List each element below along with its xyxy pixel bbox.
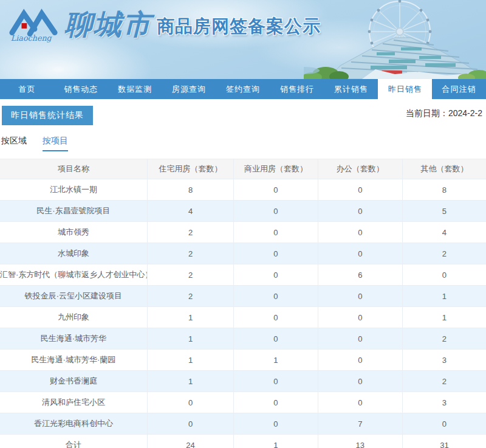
nav-tab-销售动态[interactable]: 销售动态 (54, 79, 108, 99)
table-cell: 2 (147, 286, 233, 307)
table-cell: 0 (147, 413, 233, 435)
table-cell: 0 (147, 392, 233, 413)
table-cell: 13 (318, 435, 402, 448)
table-cell: 8 (147, 179, 233, 201)
sales-table-wrap: 项目名称住宅用房（套数）商业用房（套数）办公（套数）其他（套数） 江北水镇一期8… (0, 159, 486, 448)
nav-tab-累计销售[interactable]: 累计销售 (324, 79, 378, 99)
table-row: 清风和庐住宅小区0003 (0, 392, 486, 413)
table-body: 江北水镇一期8008民生·东昌壹號院项目4005城市领秀2004水城印象2002… (0, 179, 486, 448)
table-cell: 0 (234, 264, 318, 286)
table-cell: 0 (234, 286, 318, 307)
table-cell: 0 (402, 264, 486, 286)
table-cell: 香江光彩电商科创中心 (0, 413, 147, 435)
nav-tab-数据监测[interactable]: 数据监测 (108, 79, 162, 99)
nav-tab-合同注销[interactable]: 合同注销 (432, 79, 486, 99)
subtab-按区域[interactable]: 按区域 (1, 136, 27, 151)
table-cell: 0 (318, 179, 402, 201)
table-cell: 0 (234, 307, 318, 328)
sales-table: 项目名称住宅用房（套数）商业用房（套数）办公（套数）其他（套数） 江北水镇一期8… (0, 159, 486, 448)
table-row: 城市领秀2004 (0, 222, 486, 243)
table-row: 江北水镇一期8008 (0, 179, 486, 201)
section-title-badge: 昨日销售统计结果 (2, 106, 93, 125)
brand-city-text: 聊城市 (64, 6, 152, 43)
landmark-illustration (304, 0, 486, 79)
table-row: 财金书香澜庭1002 (0, 371, 486, 392)
table-cell: 8 (402, 179, 486, 201)
table-cell: 4 (402, 222, 486, 243)
table-cell: 0 (234, 243, 318, 264)
table-cell: 0 (318, 307, 402, 328)
table-cell: 九州印象 (0, 307, 147, 328)
table-cell: 5 (402, 201, 486, 222)
table-cell: 合计 (0, 435, 147, 448)
section-head: 昨日销售统计结果 当前日期：2024-2-2 (0, 99, 486, 134)
nav-tab-销售排行[interactable]: 销售排行 (270, 79, 324, 99)
table-cell: 2 (147, 264, 233, 286)
table-cell: 1 (402, 307, 486, 328)
main-nav: 首页销售动态数据监测房源查询签约查询销售排行累计销售昨日销售合同注销 (0, 79, 486, 99)
subtab-按项目[interactable]: 按项目 (43, 136, 68, 151)
page: Liaocheng 聊城市 商品房网签备案公示 首页销售动态数据监测房源查询签约… (0, 0, 486, 448)
city-logo-icon: Liaocheng (7, 6, 61, 44)
table-cell: 0 (234, 222, 318, 243)
table-cell: 0 (234, 371, 318, 392)
table-cell: 1 (234, 435, 318, 448)
table-cell: 0 (318, 243, 402, 264)
table-cell: 1 (147, 328, 233, 350)
table-cell: 1 (147, 350, 233, 371)
table-cell: 1 (402, 286, 486, 307)
table-cell: 1 (234, 350, 318, 371)
building-illustration (328, 38, 486, 79)
brand: Liaocheng 聊城市 商品房网签备案公示 (7, 6, 321, 46)
table-cell: 铁投金辰·云玺小区建设项目 (0, 286, 147, 307)
table-cell: 24 (147, 435, 233, 448)
brand-title-text: 商品房网签备案公示 (157, 6, 321, 46)
table-cell: 民生海通·城市芳华·蘭园 (0, 350, 147, 371)
table-cell: 0 (318, 286, 402, 307)
column-header: 住宅用房（套数） (147, 159, 233, 179)
table-row: 水城印象2002 (0, 243, 486, 264)
table-cell: 汇智·东方时代（聊城市返乡人才创业中心） (0, 264, 147, 286)
current-date-label: 当前日期：2024-2-2 (406, 108, 482, 119)
table-cell: 0 (234, 328, 318, 350)
table-cell: 3 (402, 350, 486, 371)
table-row: 民生·东昌壹號院项目4005 (0, 201, 486, 222)
table-row: 九州印象1001 (0, 307, 486, 328)
table-cell: 1 (147, 307, 233, 328)
table-row: 汇智·东方时代（聊城市返乡人才创业中心）2060 (0, 264, 486, 286)
table-cell: 0 (234, 201, 318, 222)
table-cell: 2 (402, 328, 486, 350)
table-cell: 6 (318, 264, 402, 286)
table-cell: 0 (234, 413, 318, 435)
table-cell: 4 (147, 201, 233, 222)
table-cell: 清风和庐住宅小区 (0, 392, 147, 413)
logo-script: Liaocheng (11, 33, 53, 43)
table-row: 铁投金辰·云玺小区建设项目2001 (0, 286, 486, 307)
table-cell: 0 (318, 392, 402, 413)
nav-tab-房源查询[interactable]: 房源查询 (162, 79, 216, 99)
table-cell: 0 (234, 179, 318, 201)
table-cell: 财金书香澜庭 (0, 371, 147, 392)
column-header: 项目名称 (0, 159, 147, 179)
nav-tab-昨日销售[interactable]: 昨日销售 (378, 79, 432, 99)
table-cell: 0 (318, 328, 402, 350)
table-cell: 2 (147, 243, 233, 264)
nav-tab-签约查询[interactable]: 签约查询 (216, 79, 270, 99)
table-cell: 0 (318, 222, 402, 243)
table-cell: 1 (147, 371, 233, 392)
table-cell: 2 (402, 371, 486, 392)
table-cell: 0 (402, 413, 486, 435)
site-banner: Liaocheng 聊城市 商品房网签备案公示 (0, 0, 486, 79)
table-cell: 7 (318, 413, 402, 435)
table-cell: 0 (234, 392, 318, 413)
table-row: 民生海通·城市芳华·蘭园1103 (0, 350, 486, 371)
nav-tab-首页[interactable]: 首页 (0, 79, 54, 99)
table-cell: 水城印象 (0, 243, 147, 264)
column-header: 商业用房（套数） (234, 159, 318, 179)
table-row: 民生海通·城市芳华1002 (0, 328, 486, 350)
table-cell: 31 (402, 435, 486, 448)
table-row: 合计2411331 (0, 435, 486, 448)
view-subtabs: 按区域按项目 (0, 136, 486, 151)
table-cell: 江北水镇一期 (0, 179, 147, 201)
table-cell: 0 (318, 201, 402, 222)
